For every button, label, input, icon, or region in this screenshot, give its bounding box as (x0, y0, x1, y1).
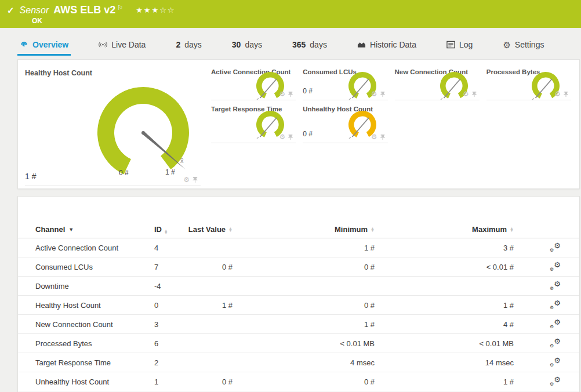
channel-name-link[interactable]: Processed Bytes (35, 339, 92, 348)
priority-stars[interactable]: ★★★☆☆ (136, 6, 175, 14)
gauge-consumed-lcus: Consumed LCUs 0 # ⚙ (303, 66, 387, 100)
sensor-status-banner: ✓ Sensor AWS ELB v2 ⚐ ★★★☆☆ OK (0, 0, 581, 28)
channel-maximum: 14 msec (375, 358, 514, 367)
gauge-target-response-time: Target Response Time ⚙ (211, 100, 296, 143)
gauge-current-value: 0 # (303, 130, 313, 138)
gauge-icon (20, 41, 28, 49)
channel-settings-gear-icon[interactable]: ⚙ (371, 90, 377, 97)
tab-label: Settings (515, 40, 544, 49)
tab-log[interactable]: Log (444, 35, 475, 56)
star-empty-icon[interactable]: ☆ (159, 6, 168, 14)
pin-icon[interactable] (288, 134, 293, 140)
channel-name-link[interactable]: Consumed LCUs (35, 263, 93, 271)
channel-table-header: Channel ▼ ID ▲▼ Last Value ▲▼ Minimum ▲▼… (18, 221, 579, 238)
tab-historic-data[interactable]: Historic Data (355, 35, 419, 56)
star-filled-icon[interactable]: ★ (136, 6, 144, 14)
channel-settings-gear-icon[interactable]: ⚙ (183, 176, 190, 183)
channel-name-link[interactable]: Active Connection Count (35, 244, 118, 252)
channel-name-link[interactable]: Healthy Host Count (35, 301, 101, 310)
pin-icon[interactable] (563, 91, 569, 97)
gauge-new-connection-count: New Connection Count ⚙ (395, 66, 480, 100)
gauge-current-value: 0 # (303, 87, 313, 95)
channel-maximum: 3 # (375, 244, 514, 252)
channel-settings-icon[interactable]: ⚙⚙ (550, 377, 561, 386)
channel-id: 0 (154, 301, 183, 310)
channel-settings-gear-icon[interactable]: ⚙ (371, 133, 377, 140)
channel-table-panel: Channel ▼ ID ▲▼ Last Value ▲▼ Minimum ▲▼… (17, 196, 580, 392)
channel-minimum: 4 msec (233, 358, 375, 367)
channel-name-link[interactable]: Unhealthy Host Count (35, 378, 109, 386)
tab-label: Overview (32, 40, 68, 49)
channel-settings-icon[interactable]: ⚙⚙ (550, 281, 561, 291)
channel-settings-icon[interactable]: ⚙⚙ (550, 358, 561, 367)
channel-name-link[interactable]: Downtime (35, 282, 69, 291)
table-row: Consumed LCUs 7 0 # 0 # < 0.01 # ⚙⚙ (18, 257, 579, 277)
empty-cell (486, 100, 571, 143)
channel-settings-gear-icon[interactable]: ⚙ (279, 90, 285, 97)
star-empty-icon[interactable]: ☆ (168, 6, 176, 14)
sensor-name: AWS ELB v2 (53, 4, 115, 16)
column-header-id[interactable]: ID ▲▼ (154, 225, 183, 234)
tab-label: Live Data (111, 40, 146, 49)
channel-id: -4 (154, 282, 183, 291)
channel-settings-icon[interactable]: ⚙⚙ (550, 300, 561, 310)
channel-settings-icon[interactable]: ⚙⚙ (550, 320, 561, 329)
gauge-average-marker: x̄ (180, 157, 184, 164)
channel-minimum: 0 # (233, 301, 375, 310)
column-header-last-value[interactable]: Last Value ▲▼ (183, 225, 233, 234)
star-filled-icon[interactable]: ★ (144, 6, 152, 14)
sensor-status-text: OK (32, 17, 42, 25)
tab-label: Log (459, 40, 473, 49)
channel-id: 2 (154, 358, 183, 367)
sort-icon: ▲▼ (371, 227, 375, 232)
gauge-scale-min: 0 # (119, 169, 129, 177)
channel-settings-gear-icon[interactable]: ⚙ (279, 133, 285, 140)
tab-settings[interactable]: ⚙ Settings (500, 35, 546, 56)
channel-settings-icon[interactable]: ⚙⚙ (550, 262, 561, 271)
pin-icon[interactable] (471, 91, 477, 97)
column-label: Maximum (472, 225, 507, 234)
column-label: Channel (35, 225, 65, 234)
channel-maximum: < 0.01 # (375, 263, 514, 271)
pin-icon[interactable] (192, 176, 198, 183)
tab-number: 365 (292, 40, 306, 49)
table-row: Target Response Time 2 4 msec 14 msec ⚙⚙ (18, 353, 579, 372)
channel-name-link[interactable]: Target Response Time (35, 358, 111, 367)
channel-settings-icon[interactable]: ⚙⚙ (550, 339, 561, 348)
pin-icon[interactable] (288, 91, 293, 97)
pin-icon[interactable] (380, 91, 386, 97)
tab-30-days[interactable]: 30 days (230, 35, 264, 56)
channel-settings-gear-icon[interactable]: ⚙ (554, 90, 561, 97)
channel-last-value: 0 # (183, 378, 233, 386)
column-header-channel[interactable]: Channel ▼ (35, 225, 154, 234)
empty-cell (395, 100, 480, 143)
channel-minimum: 0 # (233, 263, 375, 271)
tab-label: days (310, 40, 327, 49)
channel-name-link[interactable]: New Connection Count (35, 320, 113, 329)
gauge-processed-bytes: Processed Bytes ⚙ (486, 66, 571, 100)
table-row: Downtime -4 ⚙⚙ (18, 277, 579, 296)
tab-365-days[interactable]: 365 days (290, 35, 329, 56)
column-header-minimum[interactable]: Minimum ▲▼ (233, 225, 375, 234)
tab-overview[interactable]: Overview (17, 35, 71, 56)
channel-id: 3 (154, 320, 183, 329)
gear-icon: ⚙ (503, 41, 510, 49)
area-chart-icon (357, 41, 366, 49)
pin-icon[interactable] (380, 134, 386, 140)
tab-number: 2 (176, 40, 180, 49)
channel-settings-icon[interactable]: ⚙⚙ (550, 243, 561, 252)
small-gauges-grid: Active Connection Count ⚙ Consumed LCUs (211, 66, 571, 186)
tab-2-days[interactable]: 2 days (173, 35, 204, 56)
channel-minimum: 1 # (233, 320, 375, 329)
channel-minimum: < 0.01 MB (233, 339, 375, 348)
channel-last-value: 0 # (183, 263, 233, 271)
gauge-active-connection-count: Active Connection Count ⚙ (211, 66, 296, 100)
channel-minimum: 1 # (233, 244, 375, 252)
flag-icon[interactable]: ⚐ (117, 4, 123, 12)
sort-icon: ▲▼ (228, 227, 233, 232)
sort-icon: ▲▼ (164, 230, 168, 234)
column-header-maximum[interactable]: Maximum ▲▼ (375, 225, 514, 234)
star-filled-icon[interactable]: ★ (152, 6, 160, 14)
channel-settings-gear-icon[interactable]: ⚙ (463, 90, 469, 97)
tab-live-data[interactable]: Live Data (96, 35, 148, 56)
